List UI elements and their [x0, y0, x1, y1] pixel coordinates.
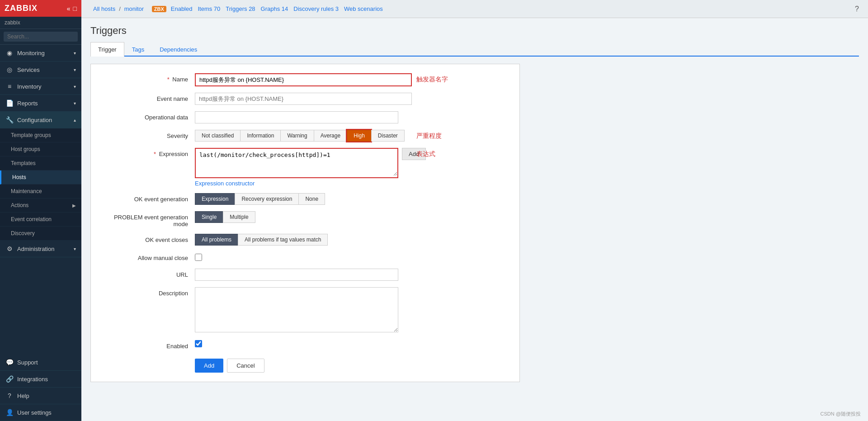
sidebar-item-administration[interactable]: ⚙ Administration ▾ [0, 241, 81, 257]
tab-tags[interactable]: Tags [124, 42, 152, 57]
enabled-checkbox[interactable] [195, 340, 202, 347]
configuration-sub-menu: Template groups Host groups Templates Ho… [0, 128, 81, 241]
page-title: Triggers [90, 25, 859, 37]
collapse-icon[interactable]: « [67, 5, 71, 12]
name-control [195, 73, 506, 86]
sidebar-item-monitoring[interactable]: ◉ Monitoring ▾ [0, 45, 81, 61]
sidebar-item-hosts[interactable]: Hosts [0, 170, 81, 184]
configuration-icon: 🔧 [5, 116, 14, 123]
zbx-badge: ZBX [152, 6, 166, 12]
breadcrumb-monitor[interactable]: monitor [122, 1, 146, 17]
sidebar-item-label: Monitoring [17, 50, 45, 57]
tab-dependencies[interactable]: Dependencies [152, 42, 205, 57]
event-name-input[interactable] [195, 93, 412, 105]
breadcrumb-all-hosts[interactable]: All hosts [90, 1, 118, 17]
expression-control: last(/monitor/check_process[httpd])=1 Ad… [195, 148, 506, 187]
inventory-arrow: ▾ [74, 84, 76, 89]
support-label: Support [17, 359, 38, 366]
expression-constructor-link[interactable]: Expression constructor [195, 180, 255, 187]
sidebar-item-configuration[interactable]: 🔧 Configuration ▴ [0, 112, 81, 128]
sidebar-item-event-correlation[interactable]: Event correlation [0, 213, 81, 227]
description-textarea[interactable] [195, 287, 398, 332]
problem-event-multiple[interactable]: Multiple [223, 211, 255, 223]
severity-warning[interactable]: Warning [280, 130, 313, 142]
url-control [195, 269, 506, 281]
severity-disaster[interactable]: Disaster [371, 130, 405, 142]
severity-high[interactable]: High [347, 130, 371, 142]
sidebar-item-actions[interactable]: Actions ▶ [0, 199, 81, 213]
content-area: Triggers Trigger Tags Dependencies * Nam… [81, 18, 868, 421]
sidebar: ZABBIX « □ zabbix ◉ Monitoring ▾ ◎ Servi… [0, 0, 81, 421]
sidebar-item-reports[interactable]: 📄 Reports ▾ [0, 95, 81, 112]
administration-arrow: ▾ [74, 246, 76, 251]
ok-event-label: OK event generation [104, 193, 195, 203]
sidebar-item-maintenance[interactable]: Maintenance [0, 184, 81, 199]
problem-event-label: PROBLEM event generation mode [104, 211, 195, 227]
problem-event-row: PROBLEM event generation mode Single Mul… [104, 211, 506, 227]
sidebar-item-services[interactable]: ◎ Services ▾ [0, 61, 81, 78]
search-input[interactable] [4, 32, 78, 42]
ok-event-row: OK event generation Expression Recovery … [104, 193, 506, 205]
problem-event-single[interactable]: Single [195, 211, 223, 223]
severity-row: Severity Not classified Information Warn… [104, 130, 506, 142]
sidebar-item-help[interactable]: ? Help [0, 388, 81, 404]
url-row: URL [104, 269, 506, 281]
layout-icon[interactable]: □ [73, 5, 77, 12]
operational-data-control [195, 111, 506, 123]
breadcrumb-sep: / [119, 5, 121, 12]
topbar-graphs-link[interactable]: Graphs 14 [258, 1, 291, 17]
sidebar-item-template-groups[interactable]: Template groups [0, 128, 81, 142]
manual-close-row: Allow manual close [104, 252, 506, 262]
sidebar-item-discovery[interactable]: Discovery [0, 227, 81, 241]
expression-textarea[interactable]: last(/monitor/check_process[httpd])=1 [196, 149, 397, 176]
cancel-button[interactable]: Cancel [227, 359, 264, 373]
url-input[interactable] [195, 269, 398, 281]
services-arrow: ▾ [74, 67, 76, 72]
topbar-items-link[interactable]: Items 70 [195, 1, 223, 17]
sidebar-item-integrations[interactable]: 🔗 Integrations [0, 371, 81, 388]
severity-buttons: Not classified Information Warning Avera… [195, 130, 506, 142]
manual-close-checkbox[interactable] [195, 254, 202, 261]
operational-data-row: Operational data [104, 111, 506, 123]
topbar-enabled-link[interactable]: Enabled [168, 1, 195, 17]
sidebar-item-label: Configuration [17, 117, 52, 123]
discovery-label: Discovery [11, 230, 35, 237]
ok-event-recovery[interactable]: Recovery expression [235, 193, 298, 205]
add-button[interactable]: Add [195, 359, 223, 373]
severity-not-classified[interactable]: Not classified [195, 130, 240, 142]
administration-icon: ⚙ [5, 245, 14, 252]
tab-trigger[interactable]: Trigger [90, 42, 124, 57]
ok-closes-tag-match[interactable]: All problems if tag values match [238, 234, 328, 246]
enabled-label: Enabled [104, 340, 195, 350]
templates-label: Templates [11, 160, 36, 166]
actions-arrow: ▶ [72, 203, 76, 208]
expression-row: * Expression last(/monitor/check_process… [104, 148, 506, 187]
topbar-triggers-link[interactable]: Triggers 28 [223, 1, 258, 17]
ok-event-none[interactable]: None [298, 193, 325, 205]
name-label-text: Name [172, 76, 188, 83]
help-button[interactable]: ? [855, 5, 859, 13]
ok-closes-label: OK event closes [104, 234, 195, 243]
expression-required: * [154, 151, 156, 157]
topbar-web-scenarios-link[interactable]: Web scenarios [341, 1, 386, 17]
severity-average[interactable]: Average [314, 130, 347, 142]
sidebar-item-support[interactable]: 💬 Support [0, 354, 81, 371]
sidebar-item-templates[interactable]: Templates [0, 156, 81, 170]
topbar-discovery-rules-link[interactable]: Discovery rules 3 [291, 1, 341, 17]
sidebar-item-inventory[interactable]: ≡ Inventory ▾ [0, 78, 81, 95]
expression-input-area: last(/monitor/check_process[httpd])=1 [195, 148, 398, 178]
user-settings-label: User settings [17, 409, 52, 416]
ok-closes-all-problems[interactable]: All problems [195, 234, 238, 246]
services-icon: ◎ [5, 66, 14, 73]
name-input[interactable] [195, 73, 412, 86]
support-icon: 💬 [5, 359, 14, 366]
expression-label-text: Expression [159, 151, 188, 157]
sidebar-item-label: Reports [17, 100, 38, 107]
sidebar-item-host-groups[interactable]: Host groups [0, 142, 81, 156]
tab-bar: Trigger Tags Dependencies [90, 42, 859, 57]
operational-data-input[interactable] [195, 111, 398, 123]
ok-event-expression[interactable]: Expression [195, 193, 235, 205]
event-correlation-label: Event correlation [11, 216, 52, 222]
sidebar-item-user-settings[interactable]: 👤 User settings [0, 404, 81, 421]
severity-information[interactable]: Information [240, 130, 280, 142]
